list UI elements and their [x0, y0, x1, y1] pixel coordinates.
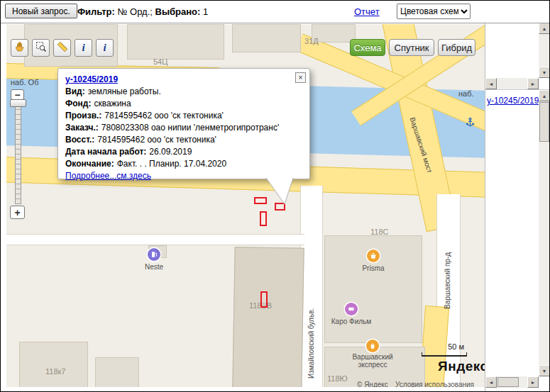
building-block [95, 357, 139, 387]
scroll-right-button[interactable]: ► [527, 78, 539, 89]
scrollbar-thumb[interactable] [539, 102, 549, 142]
filter-value: № Орд.; [117, 6, 152, 17]
balloon-close-button[interactable]: × [295, 72, 306, 83]
balloon-row: Фонд:скважина [65, 98, 302, 110]
street-label-nab-right: наб. [458, 89, 474, 98]
sidebar-order-link[interactable]: у-10245/2019 [487, 96, 539, 106]
building-block-118vv [232, 247, 304, 387]
map-scale-text: 50 м [432, 342, 464, 351]
info-tool-button-1[interactable]: i [75, 39, 92, 57]
scroll-down-button[interactable]: ▼ [539, 67, 550, 78]
balloon-row: Заказч.:7808023308 оао нипии 'ленметроги… [65, 122, 302, 134]
map-canvas[interactable]: наб. Об наб. Варшавский мост Измайловски… [6, 24, 485, 387]
balloon-row: Дата начала работ:26.09.2019 [65, 146, 302, 158]
zoom-slider-track[interactable] [15, 103, 21, 204]
filter-status-text: Фильтр: № Орд.; Выбрано: 1 [77, 6, 208, 17]
measure-tool-button[interactable] [53, 39, 71, 57]
top-toolbar: Новый запрос. Фильтр: № Орд.; Выбрано: 1… [1, 1, 549, 23]
balloon-row-label: Заказч.: [65, 123, 99, 133]
zoom-in-button[interactable]: + [10, 206, 25, 219]
balloon-row: Вид:земляные работы. [65, 86, 302, 98]
building-block [232, 24, 301, 52]
right-side-panel: ▲ ▼ ◄ ► у-10245/2019 ▲ ▼ ◄ ► [485, 23, 550, 392]
layer-button-hybrid[interactable]: Гибрид [438, 39, 475, 56]
side-frame-top: ▲ ▼ ◄ ► [485, 23, 550, 89]
filter-label: Фильтр: [77, 6, 115, 17]
road-side-street [6, 234, 304, 245]
scroll-left-button[interactable]: ◄ [485, 78, 497, 89]
street-label-izmaylovsky: Измайловский бульв. [307, 308, 315, 379]
poi-mall-varshavsky-express[interactable] [366, 340, 379, 352]
balloon-row-label: Дата начала работ: [65, 147, 146, 157]
pan-tool-button[interactable] [11, 39, 28, 57]
balloon-row: Окончание:Факт. . . Планир. 17.04.2020 [65, 158, 302, 170]
balloon-row-value: 7814595462 ооо 'ск тектоника' [104, 111, 224, 121]
balloon-row-value: 7808023308 оао нипии 'ленметрогипротранс… [101, 123, 279, 133]
balloon-row-label: Вид: [65, 86, 85, 96]
scroll-up-button[interactable]: ▲ [539, 90, 550, 101]
balloon-row-label: Фонд: [65, 99, 91, 108]
layer-button-satellite[interactable]: Спутник [389, 39, 434, 56]
info-tool-button-2[interactable]: i [96, 39, 114, 57]
magnifier-select-icon [35, 41, 47, 55]
yandex-logo[interactable]: Яндекс [438, 359, 485, 374]
balloon-order-link[interactable]: у-10245/2019 [65, 74, 118, 86]
frame2-horizontal-scrollbar[interactable]: ◄ ► [485, 376, 539, 388]
building-label-31d: 31Д [304, 37, 319, 45]
zoom-out-button[interactable]: − [11, 89, 24, 100]
scroll-left-button[interactable]: ◄ [485, 376, 497, 388]
balloon-more-link[interactable]: Подробнее...см.здесь [65, 170, 151, 182]
scroll-right-button[interactable]: ► [527, 376, 539, 388]
layer-button-scheme[interactable]: Схема [350, 39, 385, 56]
balloon-row-value: 26.09.2019 [149, 147, 192, 157]
poi-label-neste: Neste [138, 263, 170, 271]
building-label-118k7: 118к7 [45, 367, 65, 376]
balloon-row-value: 7814595462 ооо 'ск тектоника' [97, 135, 216, 145]
color-scheme-select[interactable]: Цветовая схема [397, 4, 471, 19]
map-copyright: © Яндекс [357, 381, 388, 387]
map-scale-bar [422, 352, 467, 357]
balloon-tail [256, 178, 302, 206]
building-label-54c: 54Ц [153, 57, 167, 66]
scroll-up-button[interactable]: ▲ [539, 23, 550, 34]
balloon-row-label: Окончание: [65, 159, 114, 169]
report-link[interactable]: Отчет [354, 6, 380, 17]
zoom-slider-handle[interactable] [10, 99, 26, 107]
balloon-row-label: Произв.: [65, 111, 101, 121]
balloon-row-label: Восст.: [65, 135, 94, 145]
map-balloon: у-10245/2019 × Вид:земляные работы. Фонд… [57, 68, 310, 179]
info-icon: i [103, 43, 106, 53]
street-label-varshavsky-proezd: Варшавский пр-д [444, 252, 451, 309]
selected-count: 1 [203, 6, 208, 17]
work-area-marker[interactable] [260, 211, 267, 226]
new-request-button[interactable]: Новый запрос. [5, 4, 77, 18]
street-label-nab-left: наб. Об [11, 78, 38, 86]
balloon-row-value: скважина [94, 99, 131, 108]
zoom-select-tool-button[interactable] [32, 39, 50, 57]
scroll-down-button[interactable]: ▼ [539, 365, 550, 376]
selected-label: Выбрано: [155, 6, 201, 17]
app-window: Новый запрос. Фильтр: № Орд.; Выбрано: 1… [0, 0, 550, 392]
building-label-118yu: 118Ю [327, 374, 348, 383]
balloon-row-value: Факт. . . Планир. 17.04.2020 [117, 159, 226, 169]
building-label-118s: 118С [370, 228, 388, 236]
terms-of-use-link[interactable]: Условия использования [395, 381, 474, 387]
poi-label-prisma: Prisma [357, 264, 390, 272]
frame1-horizontal-scrollbar[interactable]: ◄ ► [485, 78, 539, 89]
work-area-marker[interactable] [260, 291, 268, 308]
poi-shop-prisma[interactable] [367, 250, 380, 262]
poi-label-varshavsky-express: Варшавский экспресс [346, 353, 400, 369]
building-block [127, 24, 224, 60]
poi-label-karo: Каро Фильм [326, 318, 377, 325]
building-block [19, 342, 88, 387]
anchor-icon [465, 117, 475, 130]
frame2-vertical-scrollbar[interactable]: ▲ ▼ [539, 90, 550, 376]
poi-fuel-neste[interactable] [148, 248, 160, 261]
balloon-row: Восст.:7814595462 ооо 'ск тектоника' [65, 134, 302, 146]
scrollbar-thumb[interactable] [497, 377, 519, 387]
info-icon: i [82, 43, 84, 53]
frame1-vertical-scrollbar[interactable]: ▲ ▼ [539, 23, 550, 78]
side-frame-bottom: у-10245/2019 ▲ ▼ ◄ ► [485, 89, 550, 388]
hand-icon [14, 41, 26, 55]
poi-cinema-karo[interactable] [345, 303, 358, 315]
